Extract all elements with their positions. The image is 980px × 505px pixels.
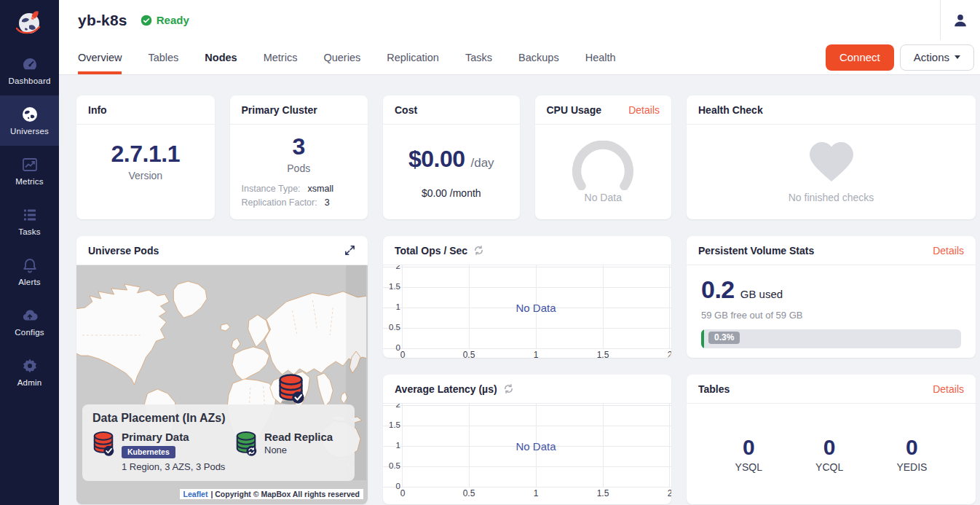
read-replica-label: Read Replica	[264, 431, 333, 443]
sidebar: Dashboard Universes Metrics Tasks Alerts	[0, 0, 59, 505]
refresh-icon[interactable]	[473, 245, 484, 256]
yedis-value: 0	[906, 435, 918, 460]
cpu-gauge-icon	[569, 141, 636, 190]
volume-usage-fill	[701, 329, 704, 348]
refresh-icon[interactable]	[503, 383, 514, 394]
y-tick: 2	[383, 265, 400, 270]
yedis-label: YEDIS	[896, 461, 927, 473]
sidebar-item-label: Admin	[17, 378, 42, 387]
cpu-usage-card: CPU Usage Details No Data	[535, 95, 672, 219]
sidebar-item-alerts[interactable]: Alerts	[0, 246, 59, 297]
alerts-bell-icon	[21, 257, 39, 274]
replication-factor-value: 3	[325, 197, 330, 208]
x-tick: 1.5	[597, 350, 609, 358]
tab-overview[interactable]: Overview	[78, 40, 122, 74]
pods-label: Pods	[287, 163, 310, 174]
primary-data-legend: Primary Data Kubernetes 1 Region, 3 AZS,…	[92, 431, 235, 472]
cost-card: Cost $0.00 /day $0.00 /month	[383, 95, 520, 219]
cost-per-day-label: /day	[470, 156, 494, 171]
user-menu[interactable]	[940, 0, 980, 40]
health-check-title: Health Check	[698, 104, 763, 116]
info-cluster-pair: Info 2.7.1.1 Version Primary Cluster 3 P…	[76, 95, 368, 219]
tab-tables[interactable]: Tables	[148, 40, 178, 74]
read-replica-value: None	[264, 445, 333, 455]
legend-title: Data Placement (In AZs)	[92, 412, 344, 425]
health-check-card: Health Check No finished checks	[687, 95, 976, 219]
pvs-details-link[interactable]: Details	[933, 245, 964, 257]
volume-usage-bar: 0.3%	[701, 329, 961, 348]
instance-type-value: xsmall	[308, 184, 333, 194]
status-label: Ready	[157, 14, 189, 26]
sidebar-item-label: Configs	[15, 328, 44, 337]
tab-queries[interactable]: Queries	[323, 40, 360, 74]
leaflet-link[interactable]: Leaflet	[183, 490, 208, 498]
metrics-chart-icon	[21, 156, 39, 173]
sidebar-item-tasks[interactable]: Tasks	[0, 196, 59, 246]
universes-globe-icon	[21, 106, 39, 123]
sidebar-item-label: Alerts	[18, 278, 41, 286]
kubernetes-badge: Kubernetes	[122, 446, 175, 458]
expand-icon[interactable]	[344, 244, 356, 257]
sidebar-item-dashboard[interactable]: Dashboard	[0, 45, 59, 95]
x-tick: 2	[668, 350, 671, 358]
cpu-details-link[interactable]: Details	[628, 104, 660, 116]
y-tick: 1.5	[383, 282, 400, 291]
actions-button[interactable]: Actions	[900, 44, 974, 71]
primary-data-summary: 1 Region, 3 AZS, 3 Pods	[122, 461, 225, 472]
total-ops-no-data: No Data	[515, 302, 556, 314]
x-tick: 1.5	[597, 488, 609, 498]
read-replica-db-icon	[235, 431, 257, 457]
x-tick: 0	[400, 488, 406, 498]
x-tick: 2	[668, 488, 671, 498]
tables-title: Tables	[698, 383, 730, 395]
sidebar-item-metrics[interactable]: Metrics	[0, 146, 59, 196]
read-replica-legend: Read Replica None	[235, 431, 333, 472]
tab-nodes[interactable]: Nodes	[205, 40, 237, 74]
sidebar-item-label: Tasks	[18, 227, 40, 236]
yugabyte-logo-icon	[13, 6, 47, 39]
y-tick: 0.5	[383, 461, 400, 470]
tabs: Overview Tables Nodes Metrics Queries Re…	[78, 40, 642, 74]
gb-used-label: GB used	[740, 288, 783, 300]
y-tick: 1.5	[383, 420, 400, 429]
sidebar-item-configs[interactable]: Configs	[0, 297, 59, 347]
ycql-label: YCQL	[815, 461, 843, 473]
x-tick: 1	[534, 488, 539, 498]
cost-per-day-value: $0.00	[408, 146, 465, 173]
avg-latency-plot: 2 1.5 1 0.5 0 0 0.5 1 1.5 2 No Data	[383, 404, 671, 504]
tab-metrics[interactable]: Metrics	[264, 40, 298, 74]
tasks-list-icon	[21, 206, 39, 224]
sidebar-item-admin[interactable]: Admin	[0, 347, 59, 397]
data-placement-legend: Data Placement (In AZs)	[82, 404, 355, 481]
admin-gear-icon	[21, 357, 39, 375]
gb-free-text: 59 GB free out of 59 GB	[701, 310, 961, 321]
tab-backups[interactable]: Backups	[518, 40, 559, 74]
tab-replication[interactable]: Replication	[387, 40, 439, 74]
primary-cluster-card: Primary Cluster 3 Pods Instance Type:xsm…	[230, 95, 368, 219]
ready-check-icon	[141, 15, 152, 26]
ycql-count: 0 YCQL	[815, 435, 843, 473]
universe-pods-title: Universe Pods	[88, 245, 159, 257]
world-map[interactable]: Data Placement (In AZs)	[76, 265, 368, 504]
tab-tasks[interactable]: Tasks	[465, 40, 492, 74]
sidebar-item-universes[interactable]: Universes	[0, 95, 59, 146]
cost-per-month: $0.00 /month	[422, 187, 481, 199]
x-tick: 1	[534, 350, 539, 358]
universe-pods-card: Universe Pods	[76, 236, 368, 504]
cpu-usage-title: CPU Usage	[547, 104, 601, 116]
persistent-volume-card: Persistent Volume Stats Details 0.2 GB u…	[687, 236, 976, 358]
status-badge: Ready	[141, 14, 189, 26]
app-root: Dashboard Universes Metrics Tasks Alerts	[0, 0, 980, 505]
tables-card: Tables Details 0 YSQL 0 YCQL 0 YEDIS	[687, 375, 976, 504]
y-tick: 2	[383, 404, 400, 409]
tables-details-link[interactable]: Details	[933, 383, 964, 395]
ysql-count: 0 YSQL	[735, 435, 762, 473]
yugabyte-logo[interactable]	[0, 0, 59, 45]
user-icon	[952, 12, 968, 28]
tab-health[interactable]: Health	[585, 40, 616, 74]
cluster-details: Instance Type:xsmall Replication Factor:…	[230, 174, 368, 208]
configs-cloud-icon	[21, 307, 39, 324]
connect-button[interactable]: Connect	[826, 44, 894, 71]
primary-cluster-title: Primary Cluster	[242, 104, 317, 116]
tab-bar: Overview Tables Nodes Metrics Queries Re…	[59, 40, 980, 75]
